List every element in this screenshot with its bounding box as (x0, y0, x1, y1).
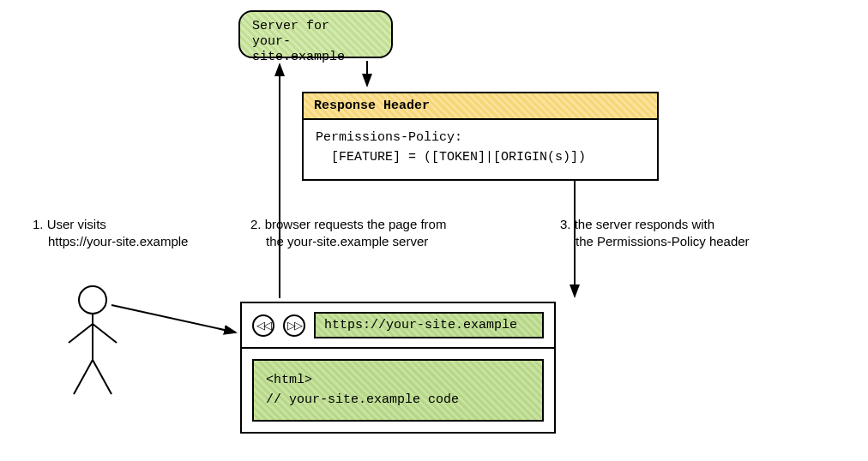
browser-toolbar: ◁◁ ▷▷ https://your-site.example (242, 303, 554, 349)
response-line1: Permissions-Policy: (316, 129, 645, 148)
svg-line-5 (93, 360, 112, 394)
forward-button[interactable]: ▷▷ (283, 314, 305, 337)
response-header-body: Permissions-Policy: [FEATURE] = ([TOKEN]… (304, 120, 657, 179)
arrow-user-to-browser (112, 305, 236, 332)
step-1-line2: https://your-site.example (33, 233, 230, 250)
back-button[interactable]: ◁◁ (252, 314, 274, 337)
step-2-line2: the your-site.example server (250, 233, 525, 250)
browser-body: <html> // your-site.example code (242, 349, 554, 432)
response-header-box: Response Header Permissions-Policy: [FEA… (302, 92, 659, 181)
svg-line-4 (74, 360, 93, 394)
user-icon (69, 286, 117, 394)
server-box: Server for your-site.example (238, 10, 393, 58)
svg-line-2 (69, 324, 93, 343)
step-2-line1: 2. browser requests the page from (250, 216, 525, 233)
step-1-label: 1. User visits https://your-site.example (33, 216, 230, 251)
url-text: https://your-site.example (324, 318, 517, 332)
browser-window: ◁◁ ▷▷ https://your-site.example <html> /… (240, 302, 556, 434)
forward-icon: ▷▷ (287, 319, 301, 332)
code-line1: <html> (266, 371, 530, 391)
step-1-line1: 1. User visits (33, 216, 230, 233)
url-bar[interactable]: https://your-site.example (314, 312, 544, 338)
step-3-label: 3. the server responds with the Permissi… (560, 216, 835, 251)
response-line2: [FEATURE] = ([TOKEN]|[ORIGIN(s)]) (316, 148, 645, 168)
step-3-line1: 3. the server responds with (560, 216, 835, 233)
server-label-line2: your-site.example (252, 34, 379, 65)
rewind-icon: ◁◁ (256, 319, 270, 332)
step-2-label: 2. browser requests the page from the yo… (250, 216, 525, 251)
step-3-line2: the Permissions-Policy header (560, 233, 835, 250)
code-line2: // your-site.example code (266, 391, 530, 410)
svg-line-3 (93, 324, 117, 343)
svg-point-0 (79, 286, 106, 314)
server-label-line1: Server for (252, 19, 379, 34)
code-area: <html> // your-site.example code (252, 359, 544, 422)
response-header-title: Response Header (304, 93, 657, 120)
